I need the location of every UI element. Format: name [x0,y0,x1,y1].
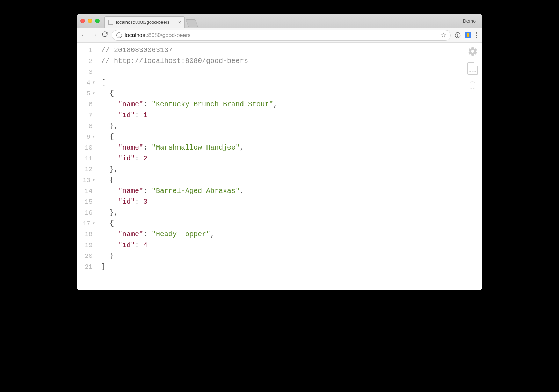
menu-button[interactable] [474,32,479,38]
minimize-window-button[interactable] [88,19,92,23]
window-controls [80,19,100,23]
reload-button[interactable] [101,31,108,39]
file-icon [108,20,113,25]
line-number: 19 [77,240,97,251]
code-line: [ [101,77,482,88]
line-number: 12 [77,164,97,175]
maximize-window-button[interactable] [95,19,100,23]
new-tab-button[interactable] [186,19,198,27]
code-line: }, [101,121,482,131]
line-number: 11 [77,153,97,164]
url-text: localhost:8080/good-beers [125,32,191,38]
line-number: 18 [77,229,97,240]
code-line: "name": "Heady Topper", [101,229,482,240]
code-line: }, [101,207,482,218]
line-number: 20 [77,251,97,261]
line-number: 6 [77,99,97,110]
forward-button[interactable]: → [91,31,98,39]
fold-toggle-icon[interactable]: ▼ [93,92,95,95]
code-line: { [101,175,482,186]
raw-button[interactable]: RAW [467,62,478,75]
code-line: "id": 2 [101,153,482,164]
toolbar: ← → i localhost:8080/good-beers ☆ [77,28,482,43]
svg-point-2 [457,36,458,37]
site-info-icon[interactable]: i [116,32,122,38]
code-line: { [101,131,482,142]
code-line: "name": "Kentucky Brunch Brand Stout", [101,99,482,110]
line-number: 2 [77,56,97,66]
profile-label[interactable]: Demo [463,18,479,24]
collapse-up-icon[interactable]: ︿ [470,79,475,83]
code-line: // http://localhost:8080/good-beers [101,56,482,66]
line-number: 13▼ [77,175,97,186]
address-bar[interactable]: i localhost:8080/good-beers ☆ [112,30,451,41]
gear-icon[interactable] [467,46,478,58]
line-number: 9▼ [77,131,97,142]
tab-title: localhost:8080/good-beers [116,20,169,25]
line-number: 3 [77,66,97,77]
bookmark-star-icon[interactable]: ☆ [441,31,446,39]
json-viewer: // 20180830063137// http://localhost:808… [97,43,482,290]
line-number: 21 [77,261,97,272]
code-line: "id": 4 [101,240,482,251]
page-content: 1234▼5▼6789▼10111213▼14151617▼18192021 /… [77,43,482,290]
code-line: // 20180830063137 [101,45,482,56]
fold-toggle-icon[interactable]: ▼ [93,178,95,182]
close-tab-button[interactable]: × [178,20,181,25]
browser-window: localhost:8080/good-beers × Demo ← → i l… [77,14,482,290]
back-button[interactable]: ← [80,31,87,39]
line-number: 14 [77,186,97,196]
line-number: 4▼ [77,77,97,88]
code-line: { [101,218,482,229]
line-number: 15 [77,196,97,207]
alert-icon[interactable] [454,32,461,39]
close-window-button[interactable] [80,19,85,23]
code-line: "name": "Barrel-Aged Abraxas", [101,186,482,196]
line-number: 1 [77,45,97,56]
fold-toggle-icon[interactable]: ▼ [93,135,95,139]
line-number: 10 [77,142,97,153]
tab-bar: localhost:8080/good-beers × Demo [77,14,482,28]
code-line [101,66,482,77]
fold-toggle-icon[interactable]: ▼ [93,81,95,85]
viewer-controls: RAW ︿ ﹀ [467,46,478,92]
line-number: 16 [77,207,97,218]
fold-toggle-icon[interactable]: ▼ [93,222,95,225]
extension-icon[interactable] [465,32,471,38]
line-gutter: 1234▼5▼6789▼10111213▼14151617▼18192021 [77,43,97,290]
line-number: 8 [77,121,97,131]
code-line: "id": 3 [101,196,482,207]
line-number: 17▼ [77,218,97,229]
code-line: }, [101,164,482,175]
code-line: ] [101,261,482,272]
line-number: 7 [77,110,97,121]
line-number: 5▼ [77,88,97,99]
code-line: } [101,251,482,261]
code-line: "name": "Marshmallow Handjee", [101,142,482,153]
code-line: "id": 1 [101,110,482,121]
browser-tab[interactable]: localhost:8080/good-beers × [104,16,185,28]
code-line: { [101,88,482,99]
expand-down-icon[interactable]: ﹀ [470,87,475,92]
